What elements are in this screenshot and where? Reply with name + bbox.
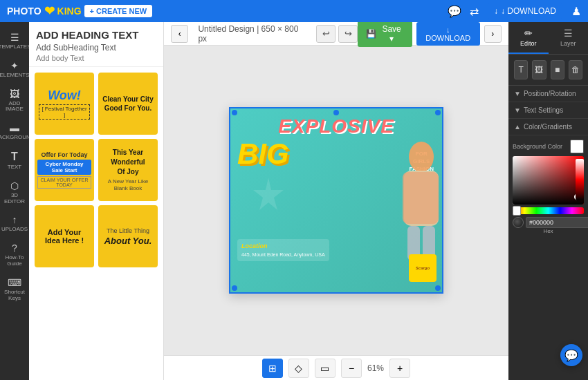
download-button[interactable]: ↓ ↓ DOWNLOAD xyxy=(487,3,563,19)
card-offer-sale: Cyber Monday Sale Start xyxy=(37,160,91,175)
handle-br[interactable] xyxy=(435,285,441,291)
chevron-down-icon: ▼ xyxy=(514,90,521,97)
card-clean-title: Clean Your CityGood For You. xyxy=(102,95,154,113)
sidebar-item-add-image[interactable]: 🖼 ADD IMAGE xyxy=(1,84,28,117)
zoom-level: 61% xyxy=(367,363,384,373)
handle-bl[interactable] xyxy=(232,285,237,291)
card-offer-cta: CLAIM YOUR OFFER TODAY xyxy=(37,176,91,189)
hue-cursor[interactable] xyxy=(513,206,521,216)
templates-icon: ☰ xyxy=(10,32,19,43)
right-panel-tools: T 🖼 ■ 🗑 xyxy=(508,55,588,86)
template-card-idea[interactable]: Add YourIdea Here ! xyxy=(35,205,94,267)
delete-tool-button[interactable]: 🗑 xyxy=(569,60,582,79)
sidebar-item-text[interactable]: T TEXT xyxy=(1,146,28,175)
tab-editor[interactable]: ✏ Editor xyxy=(508,22,549,54)
canvas-wrapper: EXPLOSIVE BIG FORGIRLSFASHION xyxy=(164,46,508,355)
card-idea-title: Add YourIdea Here ! xyxy=(45,228,84,245)
chat-button[interactable]: 💬 xyxy=(560,344,582,366)
sidebar-item-how-to[interactable]: ? How-To Guide xyxy=(1,238,28,272)
shortcuts-icon: ⌨ xyxy=(8,277,21,288)
red-strip[interactable] xyxy=(576,159,584,200)
add-body-text[interactable]: Add body Text xyxy=(36,54,156,62)
next-page-button[interactable]: › xyxy=(484,25,502,43)
canvas-design[interactable]: EXPLOSIVE BIG FORGIRLSFASHION xyxy=(229,107,443,294)
sidebar-item-uploads[interactable]: ↑ UPLOADS xyxy=(1,210,28,237)
main-layout: ☰ TEMPLATES ✦ ELEMENTS 🖼 ADD IMAGE ▬ BAC… xyxy=(0,22,588,380)
topbar-right: 💬 ⇄ ↓ ↓ DOWNLOAD ♟ xyxy=(448,3,581,19)
right-panel-tabs: ✏ Editor ☰ Layer xyxy=(508,22,588,55)
user-icon[interactable]: ♟ xyxy=(571,5,581,18)
template-card-about[interactable]: The Little Thing About You. xyxy=(98,205,158,267)
sidebar-item-templates[interactable]: ☰ TEMPLATES xyxy=(1,28,28,55)
save-button[interactable]: 💾 ↓ DOWNLOAD Save ▾ xyxy=(358,22,412,47)
template-panel-header: ADD HEADING TEXT Add SubHeading Text Add… xyxy=(29,22,163,67)
download-button[interactable]: ↓ DOWNLOAD xyxy=(416,22,480,46)
color-picker-area: Background Color ▾ Hex xyxy=(508,135,588,238)
zoom-out-button[interactable]: − xyxy=(341,359,362,378)
svg-point-1 xyxy=(409,142,434,172)
redo-button[interactable]: ↪ xyxy=(338,25,358,43)
handle-tl[interactable] xyxy=(232,110,237,115)
text-settings-toggle[interactable]: ▼ Text Settings xyxy=(514,106,582,114)
badge-text: Scargo xyxy=(416,266,430,270)
bg-color-swatch[interactable] xyxy=(570,140,584,153)
position-rotation-toggle[interactable]: ▼ Position/Rotation xyxy=(514,90,582,97)
template-card-year[interactable]: This YearWonderfulOf Joy A New Year Like… xyxy=(98,139,158,201)
sidebar-item-elements[interactable]: ✦ ELEMENTS xyxy=(1,56,28,83)
gradient-picker-bg[interactable] xyxy=(513,156,584,205)
toolbar-right: 💾 ↓ DOWNLOAD Save ▾ ↓ DOWNLOAD › xyxy=(358,22,502,47)
hue-slider[interactable] xyxy=(513,207,584,214)
create-new-button[interactable]: + CREATE NEW xyxy=(84,5,153,17)
sidebar-item-background[interactable]: ▬ BACKGROUND xyxy=(1,118,28,145)
add-heading-text[interactable]: ADD HEADING TEXT xyxy=(36,29,156,41)
card-about-title: About You. xyxy=(104,236,152,246)
background-icon: ▬ xyxy=(10,122,19,133)
template-card-offer[interactable]: Offer For Today Cyber Monday Sale Start … xyxy=(35,139,94,201)
handle-tc[interactable] xyxy=(333,110,339,115)
prev-page-button[interactable]: ‹ xyxy=(171,25,188,43)
logo: PHOTO ❤ KING + CREATE NEW xyxy=(7,3,152,19)
starburst-decoration xyxy=(251,178,286,212)
color-gradients-section: ▲ Color/Gradients xyxy=(508,119,588,135)
share-icon[interactable]: ⇄ xyxy=(470,5,479,18)
text-settings-section: ▼ Text Settings xyxy=(508,102,588,119)
position-rotation-section: ▼ Position/Rotation xyxy=(508,86,588,102)
design-location: Location 445, Mount Eden Road, Anytown, … xyxy=(237,239,329,261)
template-card-wow[interactable]: Wow! [ Festival Together ] xyxy=(35,73,94,135)
design-badge: Scargo xyxy=(409,254,437,282)
undo-button[interactable]: ↩ xyxy=(316,25,336,43)
chat-icon[interactable]: 💬 xyxy=(448,5,461,18)
person-figure xyxy=(366,129,442,267)
undo-redo: ↩ ↪ xyxy=(316,25,358,43)
chevron-down-icon-2: ▼ xyxy=(514,106,521,114)
text-icon: T xyxy=(11,151,18,163)
color-gradients-toggle[interactable]: ▲ Color/Gradients xyxy=(514,123,582,131)
text-tool-button[interactable]: T xyxy=(514,60,528,79)
shape-tool-button[interactable]: ■ xyxy=(551,60,564,79)
eraser-button[interactable]: ◇ xyxy=(288,359,309,378)
right-panel: ✏ Editor ☰ Layer T 🖼 ■ 🗑 ▼ Position/Rota… xyxy=(508,22,588,380)
screen-button[interactable]: ▭ xyxy=(315,359,336,378)
grid-view-button[interactable]: ⊞ xyxy=(262,359,283,378)
canvas-title: Untitled Design | 650 × 800 px xyxy=(192,24,312,44)
template-grid: Wow! [ Festival Together ] Clean Your Ci… xyxy=(29,67,163,273)
howto-icon: ? xyxy=(12,243,17,254)
tab-layer[interactable]: ☰ Layer xyxy=(549,22,589,54)
add-image-icon: 🖼 xyxy=(10,88,19,99)
image-tool-button[interactable]: 🖼 xyxy=(532,60,546,79)
hex-input[interactable] xyxy=(526,217,588,228)
card-about-sub: The Little Thing xyxy=(107,227,149,234)
color-gradient-picker[interactable] xyxy=(513,156,584,205)
handle-tr[interactable] xyxy=(435,110,441,115)
template-panel: ADD HEADING TEXT Add SubHeading Text Add… xyxy=(29,22,164,380)
sidebar-item-3d-editor[interactable]: ⬡ 3D EDITOR xyxy=(1,176,28,209)
zoom-in-button[interactable]: + xyxy=(389,359,410,378)
sidebar-item-shortcuts[interactable]: ⌨ Shortcut Keys xyxy=(1,273,28,306)
template-card-clean[interactable]: Clean Your CityGood For You. xyxy=(98,73,158,135)
add-subheading-text[interactable]: Add SubHeading Text xyxy=(36,43,156,53)
color-input-row: ▾ xyxy=(513,217,584,228)
logo-heart: ❤ xyxy=(44,3,55,19)
card-wow-sub: [ Festival Together ] xyxy=(39,104,90,120)
logo-king: KING xyxy=(57,6,82,17)
location-text: 445, Mount Eden Road, Anytown, USA xyxy=(241,251,325,259)
